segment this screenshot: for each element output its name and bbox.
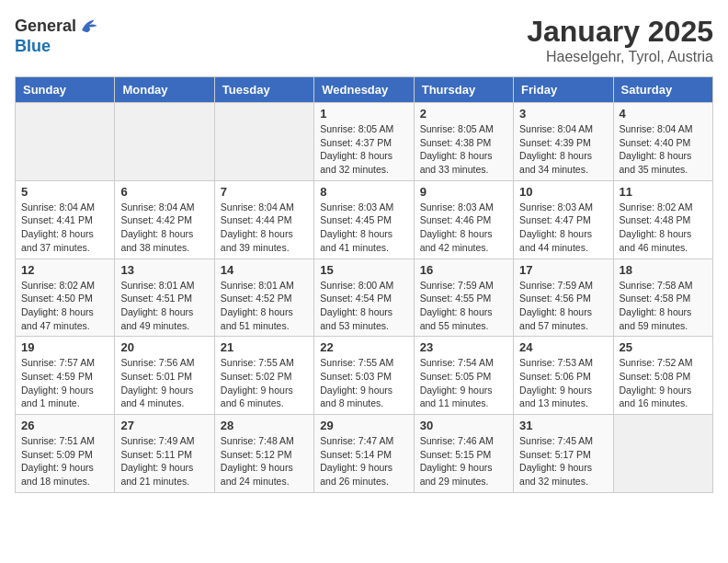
- calendar-day-cell: 28Sunrise: 7:48 AM Sunset: 5:12 PM Dayli…: [214, 415, 313, 493]
- calendar-week-row: 19Sunrise: 7:57 AM Sunset: 4:59 PM Dayli…: [16, 337, 713, 415]
- calendar-day-cell: 11Sunrise: 8:02 AM Sunset: 4:48 PM Dayli…: [613, 180, 712, 259]
- calendar-empty-cell: [115, 103, 214, 181]
- day-number: 25: [620, 340, 707, 354]
- calendar-day-cell: 27Sunrise: 7:49 AM Sunset: 5:11 PM Dayli…: [115, 415, 214, 493]
- day-number: 3: [519, 107, 607, 121]
- title-block: January 2025 Haeselgehr, Tyrol, Austria: [527, 15, 713, 65]
- day-info: Sunrise: 8:04 AM Sunset: 4:41 PM Dayligh…: [21, 201, 108, 255]
- calendar-day-cell: 19Sunrise: 7:57 AM Sunset: 4:59 PM Dayli…: [16, 337, 115, 415]
- weekday-header-thursday: Thursday: [414, 77, 513, 103]
- day-info: Sunrise: 8:03 AM Sunset: 4:45 PM Dayligh…: [320, 201, 407, 255]
- calendar-table: SundayMondayTuesdayWednesdayThursdayFrid…: [15, 76, 713, 493]
- calendar-day-cell: 8Sunrise: 8:03 AM Sunset: 4:45 PM Daylig…: [314, 180, 414, 259]
- day-number: 13: [120, 263, 208, 277]
- day-info: Sunrise: 8:00 AM Sunset: 4:54 PM Dayligh…: [320, 279, 407, 333]
- logo-general-text: General: [15, 17, 76, 36]
- day-number: 29: [320, 419, 407, 432]
- weekday-header-sunday: Sunday: [16, 77, 115, 103]
- logo-bird-icon: [78, 15, 100, 37]
- day-number: 27: [120, 419, 208, 432]
- day-number: 14: [221, 263, 308, 277]
- day-number: 2: [420, 107, 507, 121]
- calendar-day-cell: 15Sunrise: 8:00 AM Sunset: 4:54 PM Dayli…: [314, 259, 414, 337]
- day-number: 1: [320, 107, 407, 121]
- day-number: 17: [519, 263, 607, 277]
- logo: General Blue: [15, 15, 100, 56]
- calendar-empty-cell: [16, 103, 115, 181]
- calendar-empty-cell: [214, 103, 313, 181]
- calendar-day-cell: 21Sunrise: 7:55 AM Sunset: 5:02 PM Dayli…: [214, 337, 313, 415]
- day-number: 21: [221, 340, 308, 354]
- weekday-header-friday: Friday: [514, 77, 613, 103]
- calendar-day-cell: 25Sunrise: 7:52 AM Sunset: 5:08 PM Dayli…: [613, 337, 712, 415]
- day-number: 7: [221, 185, 308, 199]
- day-number: 5: [21, 185, 108, 199]
- calendar-day-cell: 26Sunrise: 7:51 AM Sunset: 5:09 PM Dayli…: [16, 415, 115, 493]
- day-info: Sunrise: 8:02 AM Sunset: 4:48 PM Dayligh…: [620, 201, 707, 255]
- calendar-week-row: 5Sunrise: 8:04 AM Sunset: 4:41 PM Daylig…: [16, 180, 713, 259]
- day-number: 6: [120, 185, 208, 199]
- calendar-day-cell: 7Sunrise: 8:04 AM Sunset: 4:44 PM Daylig…: [214, 180, 313, 259]
- day-info: Sunrise: 8:01 AM Sunset: 4:51 PM Dayligh…: [120, 279, 208, 333]
- calendar-week-row: 1Sunrise: 8:05 AM Sunset: 4:37 PM Daylig…: [16, 103, 713, 181]
- day-info: Sunrise: 8:03 AM Sunset: 4:47 PM Dayligh…: [519, 201, 607, 255]
- day-info: Sunrise: 7:48 AM Sunset: 5:12 PM Dayligh…: [221, 434, 308, 488]
- calendar-day-cell: 13Sunrise: 8:01 AM Sunset: 4:51 PM Dayli…: [115, 259, 214, 337]
- calendar-day-cell: 2Sunrise: 8:05 AM Sunset: 4:38 PM Daylig…: [414, 103, 513, 181]
- day-number: 18: [620, 263, 707, 277]
- calendar-empty-cell: [613, 415, 712, 493]
- calendar-day-cell: 29Sunrise: 7:47 AM Sunset: 5:14 PM Dayli…: [314, 415, 414, 493]
- day-info: Sunrise: 8:04 AM Sunset: 4:40 PM Dayligh…: [620, 122, 707, 177]
- location-title: Haeselgehr, Tyrol, Austria: [527, 49, 713, 65]
- day-number: 12: [21, 263, 108, 277]
- day-info: Sunrise: 7:56 AM Sunset: 5:01 PM Dayligh…: [120, 356, 208, 410]
- day-info: Sunrise: 7:45 AM Sunset: 5:17 PM Dayligh…: [519, 434, 607, 488]
- calendar-day-cell: 12Sunrise: 8:02 AM Sunset: 4:50 PM Dayli…: [16, 259, 115, 337]
- calendar-day-cell: 3Sunrise: 8:04 AM Sunset: 4:39 PM Daylig…: [514, 103, 613, 181]
- weekday-header-tuesday: Tuesday: [214, 77, 313, 103]
- calendar-week-row: 12Sunrise: 8:02 AM Sunset: 4:50 PM Dayli…: [16, 259, 713, 337]
- day-info: Sunrise: 8:05 AM Sunset: 4:38 PM Dayligh…: [420, 122, 507, 177]
- calendar-day-cell: 16Sunrise: 7:59 AM Sunset: 4:55 PM Dayli…: [414, 259, 513, 337]
- day-number: 20: [120, 340, 208, 354]
- day-info: Sunrise: 7:59 AM Sunset: 4:56 PM Dayligh…: [519, 279, 607, 333]
- month-title: January 2025: [527, 15, 713, 49]
- calendar-day-cell: 22Sunrise: 7:55 AM Sunset: 5:03 PM Dayli…: [314, 337, 414, 415]
- day-info: Sunrise: 7:55 AM Sunset: 5:03 PM Dayligh…: [320, 356, 407, 410]
- calendar-header-row: SundayMondayTuesdayWednesdayThursdayFrid…: [16, 77, 713, 103]
- day-number: 30: [420, 419, 507, 432]
- logo-blue-text: Blue: [15, 37, 51, 55]
- day-info: Sunrise: 7:58 AM Sunset: 4:58 PM Dayligh…: [620, 279, 707, 333]
- day-number: 22: [320, 340, 407, 354]
- calendar-day-cell: 1Sunrise: 8:05 AM Sunset: 4:37 PM Daylig…: [314, 103, 414, 181]
- day-info: Sunrise: 7:46 AM Sunset: 5:15 PM Dayligh…: [420, 434, 507, 488]
- day-info: Sunrise: 8:01 AM Sunset: 4:52 PM Dayligh…: [221, 279, 308, 333]
- calendar-day-cell: 23Sunrise: 7:54 AM Sunset: 5:05 PM Dayli…: [414, 337, 513, 415]
- calendar-day-cell: 31Sunrise: 7:45 AM Sunset: 5:17 PM Dayli…: [514, 415, 613, 493]
- day-number: 24: [519, 340, 607, 354]
- day-info: Sunrise: 7:51 AM Sunset: 5:09 PM Dayligh…: [21, 434, 108, 488]
- day-number: 15: [320, 263, 407, 277]
- day-info: Sunrise: 8:05 AM Sunset: 4:37 PM Dayligh…: [320, 122, 407, 177]
- day-info: Sunrise: 7:52 AM Sunset: 5:08 PM Dayligh…: [620, 356, 707, 410]
- day-number: 28: [221, 419, 308, 432]
- calendar-day-cell: 9Sunrise: 8:03 AM Sunset: 4:46 PM Daylig…: [414, 180, 513, 259]
- calendar-day-cell: 5Sunrise: 8:04 AM Sunset: 4:41 PM Daylig…: [16, 180, 115, 259]
- page-header: General Blue January 2025 Haeselgehr, Ty…: [15, 15, 713, 65]
- day-info: Sunrise: 8:03 AM Sunset: 4:46 PM Dayligh…: [420, 201, 507, 255]
- day-number: 9: [420, 185, 507, 199]
- day-info: Sunrise: 8:04 AM Sunset: 4:44 PM Dayligh…: [221, 201, 308, 255]
- calendar-day-cell: 18Sunrise: 7:58 AM Sunset: 4:58 PM Dayli…: [613, 259, 712, 337]
- calendar-day-cell: 20Sunrise: 7:56 AM Sunset: 5:01 PM Dayli…: [115, 337, 214, 415]
- day-info: Sunrise: 8:04 AM Sunset: 4:42 PM Dayligh…: [120, 201, 208, 255]
- calendar-day-cell: 17Sunrise: 7:59 AM Sunset: 4:56 PM Dayli…: [514, 259, 613, 337]
- calendar-day-cell: 4Sunrise: 8:04 AM Sunset: 4:40 PM Daylig…: [613, 103, 712, 181]
- day-number: 23: [420, 340, 507, 354]
- day-info: Sunrise: 7:53 AM Sunset: 5:06 PM Dayligh…: [519, 356, 607, 410]
- day-number: 26: [21, 419, 108, 432]
- day-info: Sunrise: 7:57 AM Sunset: 4:59 PM Dayligh…: [21, 356, 108, 410]
- day-number: 19: [21, 340, 108, 354]
- weekday-header-monday: Monday: [115, 77, 214, 103]
- calendar-day-cell: 6Sunrise: 8:04 AM Sunset: 4:42 PM Daylig…: [115, 180, 214, 259]
- day-info: Sunrise: 7:55 AM Sunset: 5:02 PM Dayligh…: [221, 356, 308, 410]
